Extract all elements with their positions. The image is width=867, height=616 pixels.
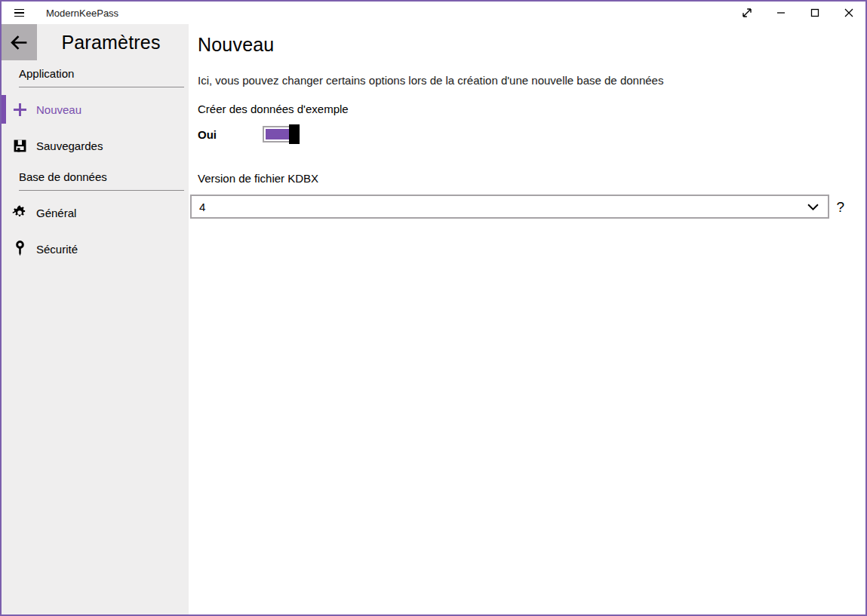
toggle-thumb[interactable] [289, 124, 300, 144]
section-label-application: Application [19, 67, 184, 87]
minimize-icon [776, 8, 786, 18]
sidebar-item-label: Général [36, 207, 76, 219]
sample-data-toggle[interactable] [263, 126, 299, 143]
kdbx-version-label: Version de fichier KDBX [198, 172, 844, 185]
sidebar-header: Paramètres [2, 24, 189, 60]
sidebar-item-general[interactable]: Général [2, 195, 189, 231]
back-arrow-icon [10, 35, 29, 51]
selection-indicator [2, 95, 6, 124]
window-controls [730, 2, 865, 24]
help-button[interactable]: ? [836, 200, 844, 214]
maximize-button[interactable] [798, 2, 832, 24]
hamburger-menu-button[interactable] [2, 2, 36, 24]
sidebar-item-label: Nouveau [36, 103, 81, 116]
page-title: Nouveau [198, 34, 844, 56]
close-icon [844, 8, 854, 18]
sidebar-item-securite[interactable]: Sécurité [2, 231, 189, 267]
minimize-button[interactable] [764, 2, 798, 24]
toggle-state-label: Oui [198, 128, 263, 141]
hamburger-icon [14, 9, 24, 17]
app-window: ModernKeePass [0, 0, 867, 616]
kdbx-version-select[interactable]: 4 [190, 195, 829, 219]
sidebar-item-nouveau[interactable]: Nouveau [2, 91, 189, 127]
app-body: Paramètres Application Nouveau [2, 24, 865, 614]
kdbx-version-field: Version de fichier KDBX 4 ? [198, 172, 844, 219]
chevron-down-icon [807, 204, 819, 210]
plus-icon [12, 101, 27, 118]
sample-data-field: Créer des données d'exemple Oui [198, 103, 844, 144]
fullscreen-button[interactable] [730, 2, 764, 24]
key-icon [12, 241, 27, 257]
maximize-icon [810, 8, 820, 18]
app-title: ModernKeePass [46, 8, 118, 19]
sidebar-item-label: Sauvegardes [36, 139, 103, 152]
sidebar-section-application: Application Nouveau [2, 67, 189, 164]
section-label-base-de-donnees: Base de données [19, 170, 184, 191]
sidebar-item-sauvegardes[interactable]: Sauvegardes [2, 127, 189, 164]
back-button[interactable] [2, 24, 37, 60]
nav-list: Nouveau Sauvegardes [2, 91, 189, 164]
page-description: Ici, vous pouvez changer certains option… [198, 74, 844, 87]
fullscreen-icon [741, 7, 753, 19]
titlebar: ModernKeePass [2, 2, 865, 24]
sample-data-label: Créer des données d'exemple [198, 103, 844, 115]
sidebar-item-label: Sécurité [36, 243, 78, 256]
nav-list: Général Sécurité [2, 195, 189, 267]
save-icon [12, 137, 27, 154]
settings-content: Nouveau Ici, vous pouvez changer certain… [189, 24, 865, 614]
sample-data-toggle-row: Oui [198, 124, 844, 144]
close-button[interactable] [832, 2, 865, 24]
sidebar-section-base-de-donnees: Base de données Général [2, 170, 189, 267]
gear-icon [12, 204, 27, 221]
kdbx-version-row: 4 ? [190, 195, 844, 219]
kdbx-version-value: 4 [199, 201, 205, 213]
settings-sidebar: Paramètres Application Nouveau [2, 24, 189, 614]
